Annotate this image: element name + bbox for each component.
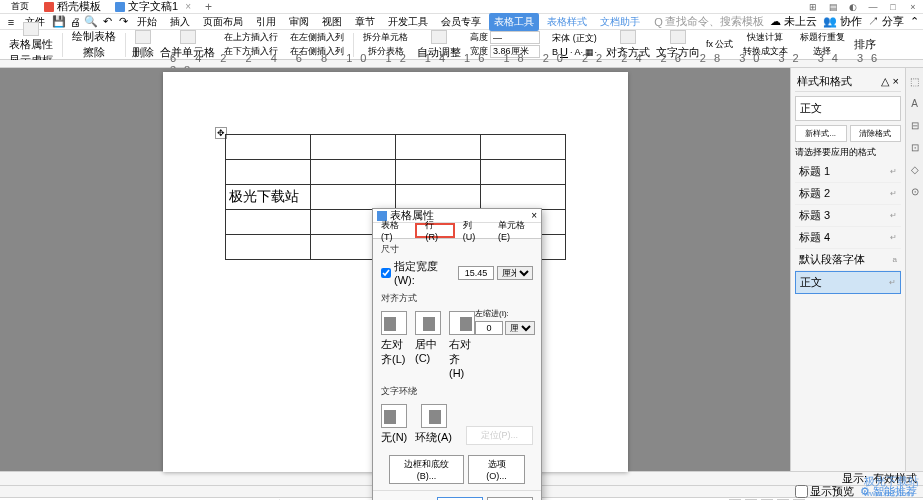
style-item-h1[interactable]: 标题 1↵: [795, 161, 901, 183]
indent-input[interactable]: [475, 321, 503, 335]
indent-group: 左缩进(I): 厘米: [475, 308, 535, 379]
table-cell[interactable]: [480, 160, 565, 185]
table-props-button[interactable]: 表格属性: [9, 22, 53, 52]
tab-document[interactable]: 文字文稿1 ×: [109, 1, 197, 13]
tab-close-icon[interactable]: ×: [185, 1, 191, 12]
minimize-icon[interactable]: —: [867, 1, 879, 13]
header-row-button[interactable]: 标题行重复: [800, 31, 845, 44]
table-cell-text[interactable]: 极光下载站: [225, 185, 310, 210]
insert-above-button[interactable]: 在上方插入行: [224, 31, 278, 44]
panel-close-icon[interactable]: ×: [893, 75, 899, 88]
width-unit-select[interactable]: 厘米: [497, 266, 533, 280]
menu-table-tools[interactable]: 表格工具: [489, 13, 539, 31]
maximize-icon[interactable]: □: [887, 1, 899, 13]
table-cell[interactable]: [225, 210, 310, 235]
table-cell[interactable]: [395, 160, 480, 185]
print-icon[interactable]: 🖨: [68, 15, 82, 29]
split-cell-button[interactable]: 拆分单元格: [363, 31, 408, 44]
dialog-tab-table[interactable]: 表格(T): [373, 223, 415, 238]
width-value-input[interactable]: [458, 266, 494, 280]
preview-icon[interactable]: 🔍: [84, 15, 98, 29]
theme-icon[interactable]: ◐: [847, 1, 859, 13]
table-cell[interactable]: [225, 160, 310, 185]
delete-button[interactable]: 删除: [132, 30, 154, 60]
clear-format-button[interactable]: 清除格式: [850, 125, 902, 142]
border-button[interactable]: 边框和底纹(B)...: [389, 455, 464, 484]
menu-section[interactable]: 章节: [350, 13, 380, 31]
menu-dev[interactable]: 开发工具: [383, 13, 433, 31]
options-button[interactable]: 选项(O)...: [468, 455, 525, 484]
tool-nav-icon[interactable]: ⊟: [908, 118, 922, 132]
current-style[interactable]: 正文: [795, 96, 901, 121]
wrap-none-option[interactable]: 无(N): [381, 404, 407, 445]
align-right-option[interactable]: 右对齐(H): [449, 311, 475, 379]
undo-icon[interactable]: ↶: [100, 15, 114, 29]
style-item-h4[interactable]: 标题 4↵: [795, 227, 901, 249]
draw-table-button[interactable]: 绘制表格: [72, 29, 116, 44]
tab-template[interactable]: 稻壳模板: [38, 1, 107, 13]
grid-icon[interactable]: ⊞: [807, 1, 819, 13]
table-cell[interactable]: [310, 185, 395, 210]
main-area: ✥ 极光下载站 表格属性 × 表格(T) 行(R) 列(U) 单元格(E): [0, 68, 923, 471]
preview-checkbox[interactable]: 显示预览: [795, 484, 854, 499]
style-item-h3[interactable]: 标题 3↵: [795, 205, 901, 227]
align-left-option[interactable]: 左对齐(L): [381, 311, 407, 379]
menu-view[interactable]: 视图: [317, 13, 347, 31]
menu-insert[interactable]: 插入: [165, 13, 195, 31]
tool-style-icon[interactable]: A: [908, 96, 922, 110]
wrap-around-option[interactable]: 环绕(A): [415, 404, 452, 445]
menu-layout[interactable]: 页面布局: [198, 13, 248, 31]
table-row[interactable]: [225, 135, 565, 160]
table-cell[interactable]: [225, 235, 310, 260]
formula-button[interactable]: fx 公式: [706, 38, 734, 51]
insert-left-button[interactable]: 在左侧插入列: [290, 31, 344, 44]
style-item-default[interactable]: 默认段落字体a: [795, 249, 901, 271]
close-icon[interactable]: ×: [907, 1, 919, 13]
table-row[interactable]: [225, 160, 565, 185]
tool-backup-icon[interactable]: ⊙: [908, 184, 922, 198]
quick-calc-button[interactable]: 快速计算: [747, 31, 783, 44]
dialog-tab-row[interactable]: 行(R): [415, 223, 454, 238]
tab-home[interactable]: 首页: [4, 1, 36, 13]
cloud-status[interactable]: ☁ 未上云: [770, 14, 817, 29]
menu-ref[interactable]: 引用: [251, 13, 281, 31]
align-section: 对齐方式 左对齐(L) 居中(C): [381, 292, 533, 379]
height-input[interactable]: [490, 31, 540, 44]
dialog-tab-cell[interactable]: 单元格(E): [490, 223, 541, 238]
width-checkbox[interactable]: [381, 268, 391, 278]
indent-unit-select[interactable]: 厘米: [505, 321, 535, 335]
menu-member[interactable]: 会员专享: [436, 13, 486, 31]
tool-limit-icon[interactable]: ⊡: [908, 140, 922, 154]
panel-bell-icon[interactable]: △: [881, 75, 889, 88]
search-area[interactable]: Q 查找命令、搜索模板: [654, 14, 764, 29]
menu-start[interactable]: 开始: [132, 13, 162, 31]
table-cell[interactable]: [395, 135, 480, 160]
menu-table-style[interactable]: 表格样式: [542, 13, 592, 31]
table-cell[interactable]: [480, 185, 565, 210]
dialog-tab-column[interactable]: 列(U): [455, 223, 490, 238]
table-cell[interactable]: [310, 160, 395, 185]
table-cell[interactable]: [310, 135, 395, 160]
menu-review[interactable]: 审阅: [284, 13, 314, 31]
sort-button[interactable]: 排序: [854, 37, 876, 52]
tool-shape-icon[interactable]: ◇: [908, 162, 922, 176]
share-button[interactable]: ↗ 分享: [868, 14, 904, 29]
style-item-body[interactable]: 正文↵: [795, 271, 901, 294]
redo-icon[interactable]: ↷: [116, 15, 130, 29]
tab-add-button[interactable]: +: [199, 0, 218, 14]
collab-button[interactable]: 👥 协作: [823, 14, 862, 29]
menu-doc-helper[interactable]: 文档助手: [595, 13, 645, 31]
menu-more-icon[interactable]: ⌃: [910, 15, 919, 28]
app-icon[interactable]: ▤: [827, 1, 839, 13]
style-item-h2[interactable]: 标题 2↵: [795, 183, 901, 205]
table-cell[interactable]: [480, 135, 565, 160]
table-cell[interactable]: [225, 135, 310, 160]
font-select[interactable]: 宋体 (正文): [552, 32, 597, 45]
tool-select-icon[interactable]: ⬚: [908, 74, 922, 88]
eraser-button[interactable]: 擦除: [83, 45, 105, 60]
new-style-button[interactable]: 新样式...: [795, 125, 847, 142]
bottom-buttons: 边框和底纹(B)... 选项(O)...: [381, 451, 533, 486]
align-center-option[interactable]: 居中(C): [415, 311, 441, 379]
table-row[interactable]: 极光下载站: [225, 185, 565, 210]
table-cell[interactable]: [395, 185, 480, 210]
